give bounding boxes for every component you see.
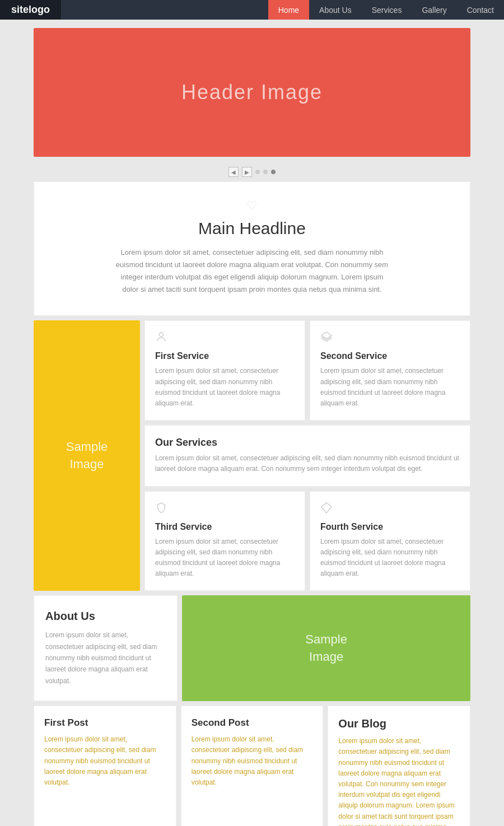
first-service-title: First Service: [155, 351, 295, 361]
fourth-service-body: Lorem ipsum dolor sit amet, consectetuer…: [320, 536, 460, 580]
services-section: SampleImage First Service Lorem ipsum do…: [34, 320, 470, 591]
nav-services[interactable]: Services: [362, 0, 412, 20]
diamond-icon: [320, 502, 460, 517]
nav-links: Home About Us Services Gallery Contact: [268, 0, 504, 20]
sample-image-green: SampleImage: [182, 595, 470, 701]
our-blog-card: Our Blog Lorem ipsum dolor sit amet, con…: [328, 706, 470, 826]
third-service-title: Third Service: [155, 522, 295, 532]
fourth-service-card: Fourth Service Lorem ipsum dolor sit ame…: [310, 491, 470, 591]
our-blog-title: Our Blog: [338, 717, 460, 730]
heart-icon: ♡: [57, 199, 447, 213]
second-post-title: Second Post: [192, 717, 313, 729]
site-logo[interactable]: sitelogo: [0, 0, 61, 20]
slider-dot-1[interactable]: [255, 170, 260, 174]
slider-dot-3[interactable]: [271, 170, 276, 174]
person-icon: [155, 331, 295, 347]
fourth-service-title: Fourth Service: [320, 522, 460, 532]
hero-wrapper: Header Image: [0, 20, 504, 162]
services-inner: First Service Lorem ipsum dolor sit amet…: [144, 320, 470, 591]
content-wrapper: ♡ Main Headline Lorem ipsum dolor sit am…: [0, 181, 504, 826]
sample-image-yellow-label: SampleImage: [66, 438, 108, 473]
our-services-card: Our Services Lorem ipsum dolor sit amet,…: [144, 425, 470, 486]
hero-title: Header Image: [181, 81, 323, 104]
slider-prev[interactable]: ◀: [228, 167, 239, 177]
about-section: About Us Lorem ipsum dolor sit amet, con…: [34, 595, 470, 701]
second-service-title: Second Service: [320, 351, 460, 361]
sample-image-yellow: SampleImage: [34, 320, 140, 591]
layers-icon: [320, 331, 460, 347]
third-service-card: Third Service Lorem ipsum dolor sit amet…: [144, 491, 305, 591]
first-post-body: Lorem ipsum dolor sit amet, consectetuer…: [44, 734, 166, 788]
our-services-title: Our Services: [155, 437, 460, 449]
about-card: About Us Lorem ipsum dolor sit amet, con…: [34, 595, 178, 701]
sample-image-green-label: SampleImage: [305, 631, 347, 666]
third-service-body: Lorem ipsum dolor sit amet, consectetuer…: [155, 536, 295, 580]
second-service-card: Second Service Lorem ipsum dolor sit ame…: [310, 320, 470, 421]
main-headline-body: Lorem ipsum dolor sit amet, consectetuer…: [112, 246, 392, 296]
our-services-body: Lorem ipsum dolor sit amet, consectetuer…: [155, 453, 460, 474]
blog-section-row1: First Post Lorem ipsum dolor sit amet, c…: [34, 706, 470, 826]
about-body: Lorem ipsum dolor sit amet, consectetuer…: [45, 629, 166, 687]
second-post-card: Second Post Lorem ipsum dolor sit amet, …: [181, 706, 324, 826]
first-service-body: Lorem ipsum dolor sit amet, consectetuer…: [155, 366, 295, 409]
slider-nav: ◀ ▶: [0, 162, 504, 181]
main-headline-title: Main Headline: [57, 219, 447, 238]
logo-text: sitelogo: [11, 4, 50, 16]
nav-gallery[interactable]: Gallery: [412, 0, 456, 20]
hero-image: Header Image: [34, 28, 470, 157]
about-title: About Us: [45, 610, 166, 623]
svg-marker-2: [321, 502, 332, 512]
first-service-card: First Service Lorem ipsum dolor sit amet…: [144, 320, 305, 421]
first-post-card: First Post Lorem ipsum dolor sit amet, c…: [34, 706, 176, 826]
nav-home[interactable]: Home: [268, 0, 309, 20]
second-post-body: Lorem ipsum dolor sit amet, consectetuer…: [192, 734, 313, 788]
navbar: sitelogo Home About Us Services Gallery …: [0, 0, 504, 20]
shield-icon: [155, 502, 295, 517]
our-blog-body: Lorem ipsum dolor sit amet, consectetuer…: [338, 736, 460, 826]
slider-dot-2[interactable]: [263, 170, 268, 174]
services-right: First Service Lorem ipsum dolor sit amet…: [144, 320, 470, 591]
nav-contact[interactable]: Contact: [457, 0, 504, 20]
slider-next[interactable]: ▶: [242, 167, 252, 177]
svg-point-0: [159, 333, 163, 337]
nav-about[interactable]: About Us: [309, 0, 362, 20]
first-post-title: First Post: [44, 717, 166, 729]
main-headline-section: ♡ Main Headline Lorem ipsum dolor sit am…: [34, 181, 470, 316]
second-service-body: Lorem ipsum dolor sit amet, consectetuer…: [320, 366, 460, 409]
